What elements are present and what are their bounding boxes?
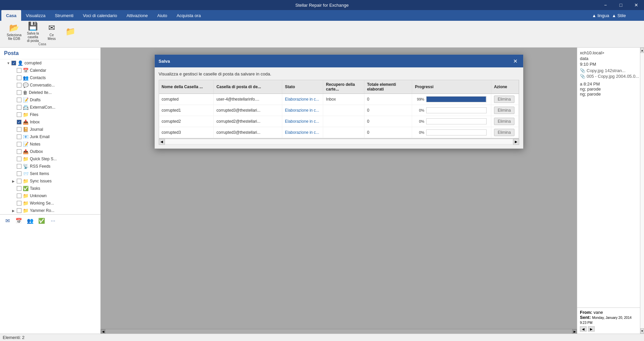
close-button[interactable]: ✕ [629,0,644,10]
nav-more-icon[interactable]: ··· [48,216,58,226]
tab-voci-calendario[interactable]: Voci di calendario [78,10,122,21]
col-totale[interactable]: Totale elementi elaborati [364,80,412,94]
modal-scroll-bar[interactable]: ◀ ▶ [159,138,519,145]
preview-next[interactable]: ▶ [588,326,595,332]
progress-pct-2: 0% [415,119,424,123]
checkbox-outbox[interactable] [17,149,21,154]
checkbox-sent[interactable] [17,171,21,176]
tab-strumenti[interactable]: Strumenti [50,10,78,21]
modal-table-wrapper[interactable]: Nome della Casella ... Casella di posta … [159,80,519,138]
checkbox-conversation[interactable] [17,83,21,88]
col-azione[interactable]: Azione [491,80,518,94]
tab-attivazione[interactable]: Attivazione [122,10,153,21]
seleziona-file-button[interactable]: 📂 Seleziona file EDB [5,22,23,41]
checkbox-inbox[interactable]: ✓ [17,120,21,124]
elimina-button-1[interactable]: Elimina [494,107,514,114]
col-recupero[interactable]: Recupero della carte... [323,80,364,94]
elimina-button-0[interactable]: Elimina [494,96,514,103]
maximize-button[interactable]: □ [613,0,629,10]
tree-item-tasks[interactable]: ✅ Tasks [0,185,100,192]
right-panel-scrollbar[interactable]: ▲ ▼ [640,48,644,334]
checkbox-corrupted[interactable]: ✓ [11,61,16,65]
checkbox-files[interactable] [17,112,21,117]
checkbox-quickstep[interactable] [17,157,21,161]
tree-item-yammer[interactable]: ▶ 📁 Yammer Ro... [0,207,100,214]
checkbox-yammer[interactable] [17,208,21,213]
tree-item-outbox[interactable]: 📤 Outbox [0,148,100,155]
tree-label-rss: RSS Feeds [30,164,50,169]
col-progressi[interactable]: Progressi [412,80,491,94]
tree-item-external[interactable]: 📇 ExternalCon... [0,104,100,111]
nav-mail-icon[interactable]: ✉ [3,216,12,226]
checkbox-notes[interactable] [17,142,21,147]
tree-label-calendar: Calendar [30,68,46,73]
tree-item-sync[interactable]: ▶ 📁 Sync Issues [0,177,100,185]
modal-scroll-track[interactable] [165,139,513,145]
attachment-1: 📎 005 - Copy.jpg 2004.05.0... [580,74,641,79]
checkbox-contacts[interactable] [17,75,21,80]
minimize-button[interactable]: − [598,0,613,10]
nav-people-icon[interactable]: 👥 [26,216,35,226]
tree-label-junk: Junk Email [30,134,50,139]
checkbox-calendar[interactable] [17,68,21,73]
nav-calendar-icon[interactable]: 📅 [14,216,23,226]
lingua-control[interactable]: ▲ lingua [592,13,609,18]
col-casella[interactable]: Casella di posta di de... [214,80,282,94]
extra-button[interactable]: 📁 [62,22,79,41]
elimina-button-2[interactable]: Elimina [494,118,514,125]
stile-control[interactable]: ▲ Stile [612,13,626,18]
status-bar: Elementi: 2 [0,334,644,341]
tree-item-unknown[interactable]: 📁 Unknown [0,192,100,200]
modal-scroll-right[interactable]: ▶ [513,139,519,145]
nav-tasks-icon[interactable]: ✅ [37,216,46,226]
progress-bar-0 [426,96,487,102]
files-icon: 📁 [23,112,29,117]
checkbox-journal[interactable] [17,127,21,132]
right-scroll-up[interactable]: ▲ [640,48,644,53]
tree-item-journal[interactable]: 📔 Journal [0,126,100,133]
tree-item-conversation[interactable]: 💬 Conversatio... [0,81,100,89]
tree-label-sync: Sync Issues [30,179,52,183]
modal-scroll-left[interactable]: ◀ [159,139,165,145]
modal-close-button[interactable]: ✕ [512,57,519,65]
ce-mess-button[interactable]: ✉ Ce Mess [43,22,60,41]
preview-prev[interactable]: ◀ [580,326,587,332]
elementi-label: Elementi: 2 [3,335,24,340]
tree-item-quickstep[interactable]: 📁 Quick Step S... [0,155,100,163]
tree-label-inbox: Inbox [30,120,40,124]
tree-item-notes[interactable]: 📝 Notes [0,140,100,148]
tree-item-sent[interactable]: 📨 Sent Items [0,170,100,177]
checkbox-working[interactable] [17,201,21,206]
tab-acquista-ora[interactable]: Acquista ora [172,10,205,21]
tree-item-rss[interactable]: 📡 RSS Feeds [0,163,100,170]
tab-visualizza[interactable]: Visualizza [21,10,50,21]
table-row: corrupted2 corrupted2@thestellari... Ela… [159,116,519,127]
tree-item-junk[interactable]: 📧 Junk Email [0,133,100,140]
tree-item-working[interactable]: 📁 Working Se... [0,200,100,207]
tree-item-inbox[interactable]: ✓ 📥 Inbox [0,118,100,126]
attachments-section: 📎 Copy.jpg 142stran... 📎 005 - Copy.jpg … [580,68,641,79]
table-row: corrupted user-4@thestellarinfo.... Elab… [159,94,519,105]
checkbox-unknown[interactable] [17,193,21,198]
tree-item-drafts[interactable]: 📝 Drafts [0,96,100,104]
checkbox-external[interactable] [17,105,21,110]
tab-casa[interactable]: Casa [1,10,21,21]
checkbox-deleted[interactable] [17,90,21,95]
col-nome[interactable]: Nome della Casella ... [159,80,214,94]
checkbox-sync[interactable] [17,179,21,183]
tab-aiuto[interactable]: Aiuto [153,10,172,21]
salva-casella-button[interactable]: 💾 Salva la casella di posta [24,22,42,41]
tree-item-contacts[interactable]: 👥 Contacts [0,74,100,81]
checkbox-junk[interactable] [17,134,21,139]
checkbox-tasks[interactable] [17,186,21,191]
checkbox-rss[interactable] [17,164,21,169]
elimina-button-3[interactable]: Elimina [494,129,514,136]
tree-item-calendar[interactable]: 📅 Calendar [0,67,100,74]
right-scroll-down[interactable]: ▼ [640,328,644,334]
col-stato[interactable]: Stato [282,80,323,94]
tree-item-files[interactable]: 📁 Files [0,111,100,118]
tree-item-deleted[interactable]: 🗑 Deleted Ite... [0,89,100,96]
tree-item-corrupted[interactable]: ▼ ✓ 👤 corrupted [0,59,100,67]
checkbox-drafts[interactable] [17,98,21,102]
tree-label-unknown: Unknown [30,193,47,198]
